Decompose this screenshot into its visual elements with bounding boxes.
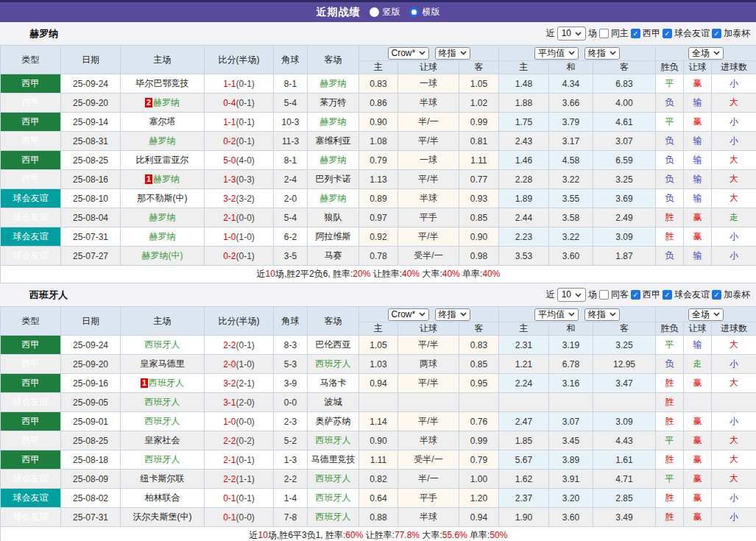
team-name-link[interactable]: 西班牙人 [145,416,180,426]
team-name-link[interactable]: 赫罗纳 [153,174,180,184]
team-name-link[interactable]: 赫罗纳 [320,193,347,203]
score-cell[interactable]: 2-1(0-1) [205,450,274,470]
score-cell[interactable]: 0-1(0-0) [205,508,274,527]
team-name-link[interactable]: 柏林联合 [145,492,180,503]
team-name-link[interactable]: 比利亚雷亚尔 [136,155,189,165]
home-team-cell: 塞尔塔 [121,113,205,132]
team-name-link[interactable]: 赫罗纳 [149,212,176,222]
score-cell[interactable]: 1-1(0-1) [205,74,274,93]
score-cell[interactable]: 1-0(1-0) [205,227,274,247]
team-name-link[interactable]: 西班牙人 [316,512,351,522]
match-count-select[interactable]: 10 [557,26,586,40]
odds-time-select[interactable]: 终指 [435,47,470,60]
europe-odds-cell: 4.61 [593,113,656,132]
odds-source-select[interactable]: Crow* [388,47,430,60]
team-name-link[interactable]: 皇家社会 [145,435,180,445]
friendly-checkbox[interactable] [663,290,672,300]
score-cell[interactable]: 1-0(0-0) [205,412,274,431]
cup-checkbox[interactable] [712,290,721,300]
chevron-down-icon [460,312,467,317]
score-cell[interactable]: 0-4(0-1) [205,93,274,113]
friendly-checkbox[interactable] [663,29,672,38]
score-cell[interactable]: 2-2(0-2) [205,431,274,450]
score-cell[interactable]: 1-1(0-1) [205,113,274,132]
score-cell[interactable]: 0-2(0-1) [205,247,274,266]
europe-time-select[interactable]: 终指 [584,47,620,60]
team-name-link[interactable]: 那不勒斯(中) [138,193,188,203]
team-name-link[interactable]: 赫罗纳 [320,78,347,88]
score-cell[interactable]: 0-1(0-1) [205,489,274,508]
score-cell[interactable]: 2-0(1-0) [205,355,274,374]
radio-vertical-icon[interactable] [370,7,379,17]
europe-time-select[interactable]: 终指 [584,308,620,321]
fullmatch-select[interactable]: 全场 [688,47,724,60]
fullmatch-select[interactable]: 全场 [688,308,724,321]
team-name-link[interactable]: 莱万特 [320,97,347,107]
team-name-link[interactable]: 西班牙人 [145,397,180,407]
match-count-select[interactable]: 10 [557,288,586,302]
radio-horizontal-label[interactable]: 横版 [423,6,440,18]
team-name-link[interactable]: 马德里竞技 [311,454,356,464]
league-checkbox[interactable] [631,29,640,38]
league-checkbox[interactable] [631,290,640,300]
rank-badge: 1 [141,378,148,388]
team-name-link[interactable]: 赫罗纳 [320,155,347,165]
team-name-link[interactable]: 赫罗纳 [320,116,347,127]
odds-time-select[interactable]: 终指 [435,308,470,321]
result-cell: 大 [712,170,756,189]
team-name-link[interactable]: 阿拉维斯 [316,231,351,241]
score-cell[interactable]: 2-1(0-0) [205,208,274,227]
average-select[interactable]: 平均值 [534,47,579,60]
result-cell: 平 [656,336,684,355]
team-name-link[interactable]: 奥萨苏纳 [316,416,351,426]
score-cell[interactable]: 3-2(3-2) [205,189,274,208]
score-cell[interactable]: 3-1(2-0) [205,393,274,412]
score-cell[interactable]: 2-2(1-1) [205,470,274,489]
team-name-link[interactable]: 巴列卡诺 [316,174,351,184]
same-venue-checkbox[interactable] [599,290,609,300]
radio-horizontal-icon[interactable] [409,7,419,17]
team-name-link[interactable]: 马洛卡 [320,378,347,388]
europe-odds-cell: 2.85 [593,489,656,508]
team-name-link[interactable]: 皇家马德里 [141,358,185,369]
score-cell[interactable]: 1-3(0-3) [205,170,274,189]
col-avg-away: 客 [593,61,656,74]
competition-cell: 球会友谊 [1,508,61,527]
team-name-link[interactable]: 西班牙人 [316,435,351,445]
score-cell[interactable]: 0-2(0-1) [205,132,274,151]
team-name-link[interactable]: 赫罗纳 [153,97,180,107]
team-name-link[interactable]: 塞维利亚 [316,135,351,146]
layout-radio-vertical[interactable]: 竖版 [370,6,400,18]
radio-vertical-label[interactable]: 竖版 [383,6,400,18]
team-name-link[interactable]: 赫罗纳 [149,135,176,146]
result-cell: 走 [684,355,712,374]
team-name-link[interactable]: 西班牙人 [149,378,184,388]
team-name-link[interactable]: 西班牙人 [316,358,351,369]
team-name-link[interactable]: 西班牙人 [145,339,180,350]
same-venue-checkbox[interactable] [599,29,609,38]
team-name-link[interactable]: 马赛 [325,250,342,261]
cup-label: 加泰杯 [724,289,750,301]
team-name-link[interactable]: 西班牙人 [316,473,351,484]
rank-badge: 2 [145,98,152,107]
score-cell[interactable]: 3-2(2-1) [205,374,274,393]
team-name-link[interactable]: 纽卡斯尔联 [141,473,185,484]
team-name-link[interactable]: 塞尔塔 [149,116,176,127]
average-select[interactable]: 平均值 [534,308,579,321]
team-name-link[interactable]: 波城 [325,397,342,407]
europe-odds-cell: 3.09 [593,412,656,431]
team-name-link[interactable]: 赫罗纳 [149,231,176,241]
team-name-link[interactable]: 毕尔巴鄂竞技 [136,78,189,88]
team-name-link[interactable]: 赫罗纳(中) [142,250,183,261]
cup-checkbox[interactable] [712,29,721,38]
team-name-link[interactable]: 沃尔夫斯堡(中) [133,512,192,522]
team-name-link[interactable]: 狼队 [325,212,342,222]
layout-radio-horizontal[interactable]: 横版 [409,6,440,18]
score-cell[interactable]: 5-0(4-0) [205,151,274,170]
team-name-link[interactable]: 西班牙人 [316,492,351,503]
score-cell[interactable]: 2-2(0-1) [205,336,274,355]
team-name-link[interactable]: 巴伦西亚 [316,339,351,350]
handicap-odds-cell: 0.95 [459,374,499,393]
odds-source-select[interactable]: Crow* [388,308,430,321]
team-name-link[interactable]: 西班牙人 [145,454,180,464]
